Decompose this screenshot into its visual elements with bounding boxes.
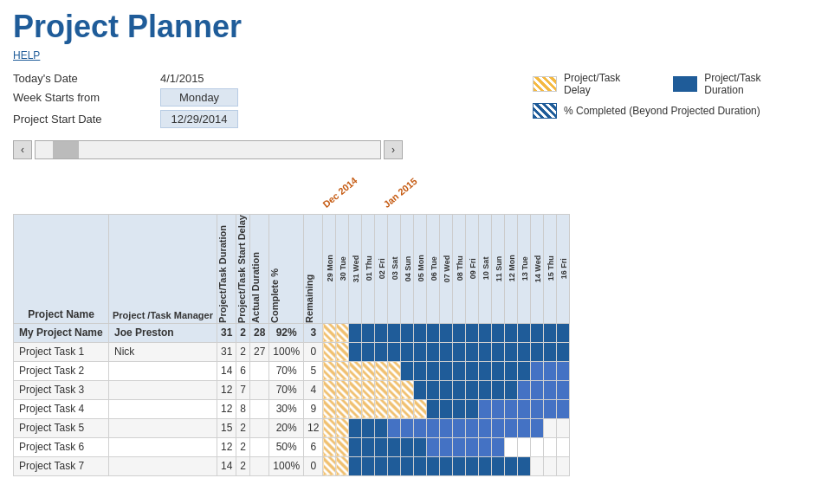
gantt-col-2: 31 Wed xyxy=(349,214,362,323)
gantt-cell xyxy=(375,399,388,418)
gantt-cell xyxy=(531,399,544,418)
row-delay: 8 xyxy=(236,399,250,418)
gantt-cell xyxy=(336,342,349,361)
project-table: Dec 2014 Jan 2015 Project Name Project /… xyxy=(13,166,570,476)
row-name: Project Task 5 xyxy=(14,418,109,437)
gantt-cell xyxy=(388,437,401,456)
month-label-row: Dec 2014 Jan 2015 xyxy=(14,166,570,214)
gantt-cell xyxy=(479,380,492,399)
gantt-cell xyxy=(349,418,362,437)
gantt-cell xyxy=(414,323,427,342)
row-manager xyxy=(109,380,217,399)
gantt-cell xyxy=(323,361,336,380)
gantt-cell xyxy=(453,418,466,437)
row-name: Project Task 1 xyxy=(14,342,109,361)
legend-section: Project/Task Delay Project/Task Duration… xyxy=(533,72,802,119)
help-link[interactable]: HELP xyxy=(13,49,40,61)
gantt-cell xyxy=(505,437,518,456)
legend-blue-label: Project/Task Duration xyxy=(704,72,802,96)
gantt-cell xyxy=(375,456,388,475)
row-name: Project Task 6 xyxy=(14,437,109,456)
gantt-col-12: 10 Sat xyxy=(479,214,492,323)
legend-striped-box xyxy=(533,103,557,119)
table-row: Project Task 5 15 2 20% 12 xyxy=(14,418,570,437)
scroll-thumb[interactable] xyxy=(53,141,79,158)
row-delay: 2 xyxy=(236,437,250,456)
gantt-cell xyxy=(505,323,518,342)
gantt-col-10: 08 Thu xyxy=(453,214,466,323)
row-duration: 12 xyxy=(217,399,236,418)
gantt-cell xyxy=(466,361,479,380)
row-manager: Joe Preston xyxy=(109,323,217,342)
row-actual: 28 xyxy=(250,323,269,342)
gantt-cell xyxy=(323,437,336,456)
scroll-track[interactable] xyxy=(35,140,381,159)
gantt-cell xyxy=(427,418,440,437)
row-delay: 7 xyxy=(236,380,250,399)
row-remaining: 9 xyxy=(304,399,323,418)
gantt-col-13: 11 Sun xyxy=(492,214,505,323)
gantt-cell xyxy=(401,437,414,456)
row-duration: 31 xyxy=(217,323,236,342)
gantt-cell xyxy=(557,456,570,475)
gantt-cell xyxy=(440,380,453,399)
gantt-col-7: 05 Mon xyxy=(414,214,427,323)
gantt-cell xyxy=(336,418,349,437)
gantt-cell xyxy=(453,342,466,361)
gantt-cell xyxy=(349,342,362,361)
gantt-cell xyxy=(544,361,557,380)
gantt-cell xyxy=(544,342,557,361)
gantt-col-3: 01 Thu xyxy=(362,214,375,323)
gantt-cell xyxy=(466,323,479,342)
gantt-cell xyxy=(336,323,349,342)
gantt-cell xyxy=(336,361,349,380)
gantt-cell xyxy=(505,380,518,399)
table-row: Project Task 3 12 7 70% 4 xyxy=(14,380,570,399)
gantt-cell xyxy=(401,361,414,380)
gantt-col-0: 29 Mon xyxy=(323,214,336,323)
gantt-cell xyxy=(414,342,427,361)
row-remaining: 5 xyxy=(304,361,323,380)
row-remaining: 3 xyxy=(304,323,323,342)
gantt-cell xyxy=(401,399,414,418)
row-delay: 2 xyxy=(236,323,250,342)
week-starts-value[interactable]: Monday xyxy=(160,88,238,107)
gantt-cell xyxy=(492,418,505,437)
project-start-value[interactable]: 12/29/2014 xyxy=(160,110,238,128)
page-title: Project Planner xyxy=(13,9,802,45)
row-actual xyxy=(250,380,269,399)
gantt-cell xyxy=(505,361,518,380)
gantt-cell xyxy=(544,418,557,437)
gantt-cell xyxy=(466,418,479,437)
gantt-cell xyxy=(388,418,401,437)
gantt-cell xyxy=(518,437,531,456)
gantt-cell xyxy=(323,399,336,418)
col-remaining: Remaining xyxy=(304,267,314,323)
row-delay: 2 xyxy=(236,418,250,437)
row-complete: 70% xyxy=(269,380,304,399)
gantt-cell xyxy=(427,399,440,418)
gantt-cell xyxy=(375,361,388,380)
gantt-col-6: 04 Sun xyxy=(401,214,414,323)
gantt-cell xyxy=(492,456,505,475)
gantt-cell xyxy=(453,323,466,342)
gantt-cell xyxy=(453,399,466,418)
gantt-col-15: 13 Tue xyxy=(518,214,531,323)
gantt-cell xyxy=(362,399,375,418)
gantt-cell xyxy=(466,342,479,361)
scroll-right-button[interactable]: › xyxy=(384,140,403,159)
scroll-left-button[interactable]: ‹ xyxy=(13,140,32,159)
gantt-cell xyxy=(466,380,479,399)
gantt-col-8: 06 Tue xyxy=(427,214,440,323)
gantt-cell xyxy=(518,418,531,437)
row-delay: 2 xyxy=(236,342,250,361)
gantt-cell xyxy=(414,380,427,399)
row-duration: 31 xyxy=(217,342,236,361)
gantt-cell xyxy=(414,437,427,456)
gantt-cell xyxy=(336,456,349,475)
gantt-cell xyxy=(518,323,531,342)
column-header-row: Project Name Project /Task Manager Proje… xyxy=(14,214,570,323)
gantt-cell xyxy=(336,380,349,399)
gantt-cell xyxy=(336,399,349,418)
row-actual xyxy=(250,437,269,456)
